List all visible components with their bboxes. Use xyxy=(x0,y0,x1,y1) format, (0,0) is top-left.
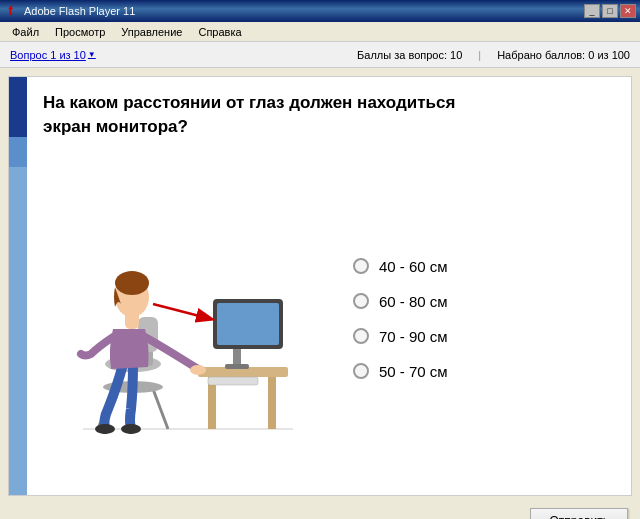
svg-line-23 xyxy=(153,304,211,319)
total-score: Набрано баллов: 0 из 100 xyxy=(497,49,630,61)
menu-control[interactable]: Управление xyxy=(113,24,190,40)
answer-option-4[interactable]: 50 - 70 см xyxy=(353,363,615,380)
answer-option-3[interactable]: 70 - 90 см xyxy=(353,328,615,345)
answer-label-4: 50 - 70 см xyxy=(379,363,448,380)
chevron-down-icon: ▼ xyxy=(88,50,96,59)
score-per-question: Баллы за вопрос: 10 xyxy=(357,49,462,61)
radio-3[interactable] xyxy=(353,328,369,344)
maximize-button[interactable]: □ xyxy=(602,4,618,18)
titlebar-buttons: _ □ ✕ xyxy=(584,4,636,18)
svg-point-17 xyxy=(121,424,141,434)
question-text: На каком расстоянии от глаз должен наход… xyxy=(43,91,615,139)
svg-point-21 xyxy=(190,365,206,375)
accent-bottom xyxy=(9,167,27,495)
question-nav-label: Вопрос 1 из 10 xyxy=(10,49,86,61)
content-row: 40 - 60 см 60 - 80 см 70 - 90 см 50 - 70… xyxy=(43,153,615,485)
minimize-button[interactable]: _ xyxy=(584,4,600,18)
menu-view[interactable]: Просмотр xyxy=(47,24,113,40)
titlebar-title: Adobe Flash Player 11 xyxy=(24,5,584,17)
main-content: На каком расстоянии от глаз должен наход… xyxy=(8,76,632,496)
bottom-bar: Отправить xyxy=(0,504,640,519)
answer-label-1: 40 - 60 см xyxy=(379,258,448,275)
app-icon: f xyxy=(4,3,20,19)
menubar: Файл Просмотр Управление Справка xyxy=(0,22,640,42)
score-section: Баллы за вопрос: 10 | Набрано баллов: 0 … xyxy=(357,49,630,61)
svg-line-2 xyxy=(153,389,168,429)
svg-rect-15 xyxy=(208,377,258,385)
answer-options: 40 - 60 см 60 - 80 см 70 - 90 см 50 - 70… xyxy=(333,258,615,380)
questionbar: Вопрос 1 из 10 ▼ Баллы за вопрос: 10 | Н… xyxy=(0,42,640,68)
illustration xyxy=(43,189,333,449)
close-button[interactable]: ✕ xyxy=(620,4,636,18)
radio-1[interactable] xyxy=(353,258,369,274)
titlebar: f Adobe Flash Player 11 _ □ ✕ xyxy=(0,0,640,22)
answer-option-1[interactable]: 40 - 60 см xyxy=(353,258,615,275)
accent-mid xyxy=(9,137,27,167)
submit-button[interactable]: Отправить xyxy=(530,508,628,519)
menu-file[interactable]: Файл xyxy=(4,24,47,40)
answer-option-2[interactable]: 60 - 80 см xyxy=(353,293,615,310)
left-accent xyxy=(9,77,27,495)
content-inner: На каком расстоянии от глаз должен наход… xyxy=(33,77,631,495)
svg-point-16 xyxy=(95,424,115,434)
radio-4[interactable] xyxy=(353,363,369,379)
svg-rect-12 xyxy=(225,364,249,369)
answer-label-2: 60 - 80 см xyxy=(379,293,448,310)
question-nav[interactable]: Вопрос 1 из 10 ▼ xyxy=(10,49,96,61)
accent-top xyxy=(9,77,27,137)
radio-2[interactable] xyxy=(353,293,369,309)
menu-help[interactable]: Справка xyxy=(190,24,249,40)
answer-label-3: 70 - 90 см xyxy=(379,328,448,345)
svg-rect-14 xyxy=(217,303,279,345)
svg-point-20 xyxy=(115,271,149,295)
person-computer-illustration xyxy=(53,189,323,449)
svg-rect-9 xyxy=(268,374,276,429)
separator: | xyxy=(478,49,481,61)
